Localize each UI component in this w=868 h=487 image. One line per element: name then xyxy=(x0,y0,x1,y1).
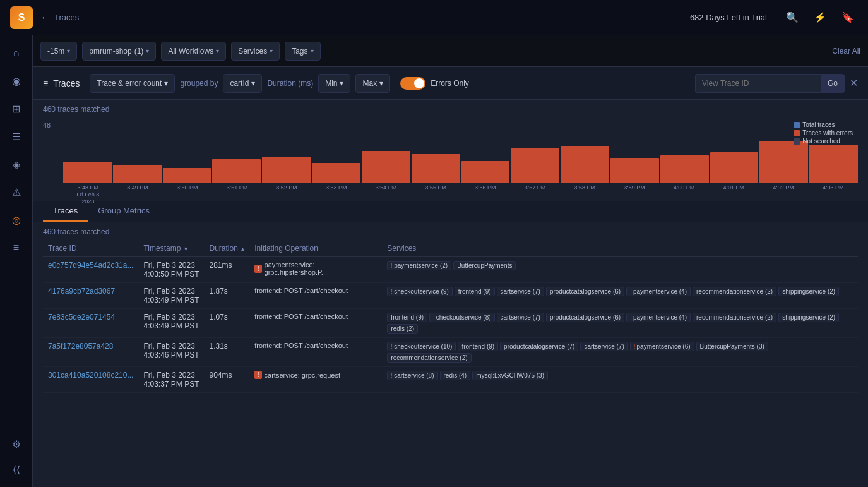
legend-total: Total traces xyxy=(794,121,853,128)
sidebar-item-logs[interactable]: ≡ xyxy=(4,235,29,260)
chart-container: 48 Total traces Traces with errors Not s… xyxy=(33,116,868,198)
grouped-by-select[interactable]: cartId ▾ xyxy=(223,74,262,93)
time-label-7: 3:55 PM xyxy=(411,184,461,205)
trace-id-link-0[interactable]: e0c757d94e54ad2c31a... xyxy=(48,261,133,270)
grouped-by-value: cartId xyxy=(230,79,249,88)
service-tag-3-1: frontend (9) xyxy=(458,342,498,351)
service-error-dot-2-1: ! xyxy=(433,314,435,321)
splunk-logo: S xyxy=(10,6,33,29)
traces-toolbar: ≡ Traces Trace & error count ▾ grouped b… xyxy=(33,67,868,100)
workspace-filter-pill[interactable]: pmrum-shop (1) ▾ xyxy=(82,42,156,61)
col-operation: Initiating Operation xyxy=(249,240,382,257)
service-tag-2-3: productcatalogservice (6) xyxy=(546,313,624,322)
sidebar-item-dashboards[interactable]: ⊞ xyxy=(4,96,29,121)
sidebar-item-settings[interactable]: ⚙ xyxy=(4,431,29,457)
service-label-3-4: paymentservice (6) xyxy=(637,343,691,350)
workflows-filter-pill[interactable]: All Workflows ▾ xyxy=(161,42,226,61)
service-tag-0-1: ButtercupPayments xyxy=(453,261,516,270)
trace-id-input-area: Go ✕ xyxy=(695,74,858,93)
time-filter-pill[interactable]: -15m ▾ xyxy=(40,42,77,61)
service-label-0-1: ButtercupPayments xyxy=(457,262,512,269)
service-error-dot-3-0: ! xyxy=(391,343,393,350)
service-error-dot-3-4: ! xyxy=(634,343,636,350)
service-label-1-4: paymentservice (4) xyxy=(633,288,687,295)
col-trace-id[interactable]: Trace ID xyxy=(43,240,138,257)
traces-table: Trace ID Timestamp ▾ Duration ▴ Initiati… xyxy=(43,240,858,393)
sidebar-item-alerts[interactable]: ⚠ xyxy=(4,179,29,205)
service-tag-2-2: cartservice (7) xyxy=(497,313,544,322)
workspace-value: pmrum-shop xyxy=(89,47,131,56)
timestamp-cell-1: Fri, Feb 3 20234:03:49 PM PST xyxy=(138,283,204,309)
time-filter-value: -15m xyxy=(47,47,64,56)
operation-text-4: cartservice: grpc.request xyxy=(265,371,340,379)
toolbar-title: Traces xyxy=(53,78,80,88)
duration-min-value: Min xyxy=(325,79,337,88)
service-tag-2-4: !paymentservice (4) xyxy=(626,313,691,322)
service-tag-4-0: !cartservice (8) xyxy=(387,371,437,380)
duration-min-select[interactable]: Min ▾ xyxy=(318,74,350,93)
services-cell-2: frontend (9)!checkoutservice (8)cartserv… xyxy=(382,309,858,338)
workspace-arrow: ▾ xyxy=(146,47,149,54)
time-label-11: 3:59 PM xyxy=(610,184,660,205)
operation-cell-4: !cartservice: grpc.request xyxy=(249,367,382,393)
go-button[interactable]: Go xyxy=(821,74,845,93)
quick-actions-icon[interactable]: ⚡ xyxy=(810,8,830,28)
sidebar-item-apm[interactable]: ◎ xyxy=(4,207,29,232)
time-label-3: 3:51 PM xyxy=(212,184,262,205)
clear-all-button[interactable]: Clear All xyxy=(832,47,860,56)
back-label: Traces xyxy=(54,13,79,22)
legend-total-label: Total traces xyxy=(802,121,835,128)
legend-errors-dot xyxy=(794,130,800,136)
bar-group-3 xyxy=(212,159,261,183)
trace-id-link-4[interactable]: 301ca410a520108c210... xyxy=(48,371,133,380)
operation-cell-0: !paymentservice: grpc.hipstershop.P... xyxy=(249,257,382,283)
trace-filter-arrow: ▾ xyxy=(164,79,168,88)
service-tag-3-2: productcatalogservice (7) xyxy=(500,342,578,351)
bar-group-5 xyxy=(312,163,360,183)
trace-id-input[interactable] xyxy=(695,74,821,93)
search-icon-btn[interactable]: 🔍 xyxy=(782,8,802,28)
services-cell-4: !cartservice (8)redis (4)mysql:LxvGCHW07… xyxy=(382,367,858,393)
col-duration[interactable]: Duration ▴ xyxy=(205,240,250,257)
trace-id-link-2[interactable]: 7e83c5de2e071454 xyxy=(48,313,115,322)
tags-filter-pill[interactable]: Tags ▾ xyxy=(285,42,320,61)
service-label-2-2: cartservice (7) xyxy=(501,314,540,321)
tags-value: Tags xyxy=(292,47,307,56)
toggle-knob xyxy=(414,78,424,88)
bar-group-0 xyxy=(63,162,112,183)
time-label-6: 3:54 PM xyxy=(361,184,411,205)
sidebar-item-search[interactable]: ◉ xyxy=(4,68,29,93)
sidebar-item-monitors[interactable]: ◈ xyxy=(4,152,29,177)
back-button[interactable]: ← Traces xyxy=(40,12,79,23)
sidebar-item-home[interactable]: ⌂ xyxy=(4,40,29,66)
notifications-icon[interactable]: 🔖 xyxy=(838,8,858,28)
col-timestamp[interactable]: Timestamp ▾ xyxy=(138,240,204,257)
services-filter-pill[interactable]: Services ▾ xyxy=(231,42,280,61)
bar-error-12 xyxy=(660,155,709,183)
filter-bar: -15m ▾ pmrum-shop (1) ▾ All Workflows ▾ … xyxy=(33,35,868,67)
service-tag-1-5: recommendationservice (2) xyxy=(693,287,776,296)
service-tag-1-0: !checkoutservice (9) xyxy=(387,287,452,296)
table-row: 4176a9cb72ad3067Fri, Feb 3 20234:03:49 P… xyxy=(43,283,858,309)
toolbar-icon: ≡ xyxy=(43,78,48,88)
operation-text-3: frontend: POST /cart/checkout xyxy=(254,342,348,349)
service-error-dot-4-0: ! xyxy=(391,372,393,379)
service-error-dot-1-4: ! xyxy=(630,288,632,295)
bar-group-11 xyxy=(610,158,659,183)
duration-max-select[interactable]: Max ▾ xyxy=(355,74,390,93)
bar-group-13 xyxy=(710,152,759,183)
time-label-8: 3:56 PM xyxy=(461,184,511,205)
trace-filter-select[interactable]: Trace & error count ▾ xyxy=(90,74,175,93)
service-tag-1-6: shippingservice (2) xyxy=(778,287,839,296)
errors-only-toggle[interactable] xyxy=(400,77,425,90)
timestamp-cell-4: Fri, Feb 3 20234:03:37 PM PST xyxy=(138,367,204,393)
sidebar-item-reports[interactable]: ☰ xyxy=(4,124,29,149)
service-label-2-7: redis (2) xyxy=(391,325,414,332)
bar-group-9 xyxy=(511,148,559,183)
workspace-count: (1) xyxy=(134,47,144,56)
sidebar-item-collapse[interactable]: ⟨⟨ xyxy=(4,457,29,482)
back-arrow-icon: ← xyxy=(40,12,51,23)
trace-id-link-1[interactable]: 4176a9cb72ad3067 xyxy=(48,287,115,296)
close-button[interactable]: ✕ xyxy=(850,77,858,89)
trace-id-link-3[interactable]: 7a5f172e8057a428 xyxy=(48,342,113,351)
